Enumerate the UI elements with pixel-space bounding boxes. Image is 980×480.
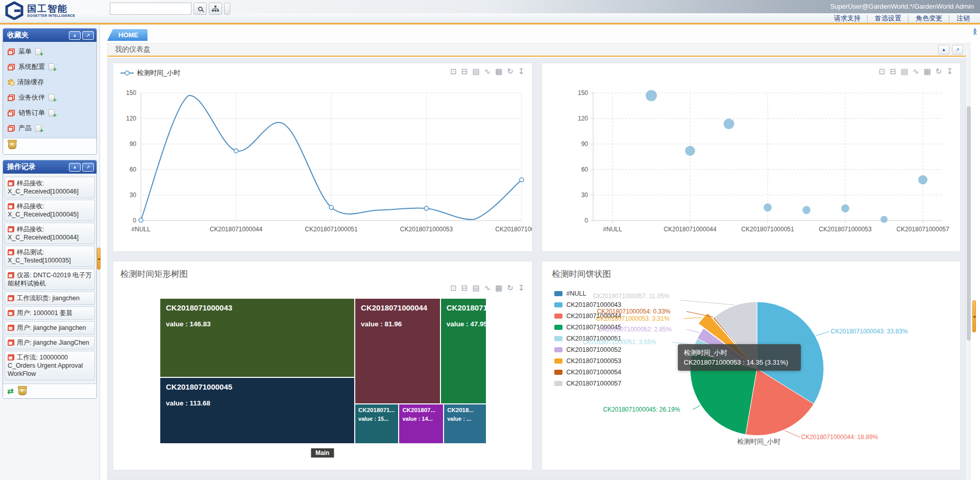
treemap-cell[interactable]: CK2018071000045value : 113.68 — [160, 377, 355, 444]
treemap-cell[interactable]: CK2018071000043value : 146.83 — [160, 298, 355, 377]
treemap-cell-value: value : 81.96 — [361, 320, 434, 328]
pie-chart-panel: 检测时间饼状图 #NULLCK2018071000043CK2018071000… — [542, 261, 961, 470]
restore-icon[interactable]: ↻ — [507, 67, 513, 76]
treemap-cell-value: value : 113.68 — [166, 399, 349, 407]
windows-icon — [8, 354, 14, 361]
history-item[interactable]: 样品接收: X_C_Received[1000045] — [5, 200, 95, 221]
toolbar-extra-button[interactable] — [224, 3, 230, 15]
main-area: HOME ∧∧ 我的仪表盘 ▲ ↗ 检测时间_小时 ⊡⊟▤∿▦↻↧ 030609… — [100, 25, 980, 480]
svg-text:90: 90 — [581, 140, 588, 148]
zoom-reset-icon[interactable]: ⊟ — [890, 67, 896, 76]
history-item[interactable]: 样品接收: X_C_Received[1000044] — [5, 223, 95, 244]
zoom-reset-icon[interactable]: ⊟ — [461, 284, 468, 292]
tab-home[interactable]: HOME — [107, 29, 148, 41]
history-item[interactable]: 用户: jiangche jiangchen — [5, 321, 95, 334]
line-chart-icon[interactable]: ∿ — [484, 67, 491, 76]
data-view-icon[interactable]: ▤ — [472, 67, 479, 76]
add-document-icon[interactable] — [35, 48, 41, 55]
link-separator: │ — [866, 15, 870, 22]
tooltip-value-line: CK2018071000053 : 14.35 (3.31%) — [684, 357, 795, 367]
top-link[interactable]: 请求支持 — [829, 14, 866, 23]
download-icon[interactable]: ↧ — [518, 67, 525, 76]
collapse-panel-icon[interactable]: ∧∧ — [973, 28, 977, 34]
sidebar-splitter-handle[interactable]: ◀ — [97, 248, 101, 270]
favorite-item[interactable]: 系统配置 — [3, 59, 96, 75]
search-button[interactable] — [193, 3, 207, 15]
pie-slice-label: CK2018071000044: 18.89% — [801, 434, 878, 441]
treemap-cell[interactable]: CK2018...value : ... — [444, 404, 486, 444]
pie-slice-label: CK2018071000057: 11.05% — [593, 293, 670, 300]
scrollbar-thumb[interactable] — [967, 106, 971, 341]
history-expand-button[interactable]: ↗ — [82, 163, 94, 172]
history-item[interactable]: 用户: jiangche JiangChen — [5, 336, 95, 349]
windows-icon — [8, 272, 14, 278]
treemap-cell[interactable]: CK2018071000044value : 81.96 — [355, 298, 440, 404]
svg-text:150: 150 — [577, 89, 587, 97]
dashboard-header: 我的仪表盘 ▲ ↗ — [108, 43, 966, 57]
dashboard-collapse-button[interactable]: ▲ — [938, 45, 949, 55]
download-icon[interactable]: ↧ — [518, 284, 525, 292]
bar-chart-icon[interactable]: ▦ — [924, 67, 931, 76]
history-item[interactable]: 仪器: DNTC-02019 电子万能材料试验机 — [5, 269, 95, 290]
favorite-item-label: 清除缓存 — [17, 78, 44, 87]
favorite-item[interactable]: 清除缓存 — [3, 75, 96, 90]
top-links: 请求支持│首选设置│角色变更│注销 — [829, 14, 975, 23]
favorite-item[interactable]: 业务伙伴 — [3, 90, 96, 105]
trash-icon[interactable] — [18, 388, 27, 395]
treemap-cell[interactable]: CK2018071..value : 47.95 — [440, 298, 486, 404]
treemap-cell[interactable]: CK2018071...value : 15... — [355, 404, 399, 444]
add-document-icon[interactable] — [35, 125, 41, 132]
area-zoom-icon[interactable]: ⊡ — [450, 67, 457, 76]
data-view-icon[interactable]: ▤ — [472, 284, 479, 292]
treemap-cell-value: value : 47.95 — [447, 320, 480, 328]
top-link[interactable]: 首选设置 — [870, 14, 906, 23]
svg-text:CK2018071000044: CK2018071000044 — [664, 226, 717, 233]
area-zoom-icon[interactable]: ⊡ — [879, 67, 886, 76]
pie-slice-label: CK2018071000053: 3.31% — [596, 315, 670, 322]
treemap-cell-name: CK2018071000045 — [166, 382, 349, 391]
line-chart-icon[interactable]: ∿ — [484, 284, 491, 292]
svg-text:CK2018071000051: CK2018071000051 — [741, 226, 794, 233]
favorite-item[interactable]: 产品 — [3, 121, 96, 136]
favorites-collapse-button[interactable]: ▲ — [69, 31, 81, 40]
right-splitter-handle[interactable]: ◀ — [972, 300, 976, 332]
favorite-item[interactable]: 菜单 — [3, 44, 96, 59]
dashboard-container: 我的仪表盘 ▲ ↗ 检测时间_小时 ⊡⊟▤∿▦↻↧ 0306090120150#… — [107, 43, 966, 480]
windows-icon — [8, 64, 15, 70]
zoom-reset-icon[interactable]: ⊟ — [461, 67, 468, 76]
svg-text:120: 120 — [126, 115, 136, 122]
area-zoom-icon[interactable]: ⊡ — [450, 284, 457, 292]
add-document-icon[interactable] — [48, 94, 55, 101]
sidebar: 收藏夹 ▲ ↗ 菜单系统配置清除缓存业务伙伴销售订单产品 操作记录 ▲ ↗ 样品… — [0, 25, 100, 480]
treemap-breadcrumb[interactable]: Main — [311, 448, 334, 458]
trash-icon[interactable] — [8, 141, 16, 149]
menu-tree-button[interactable] — [209, 3, 222, 15]
top-link[interactable]: 角色变更 — [911, 14, 947, 23]
history-panel-header: 操作记录 ▲ ↗ — [3, 160, 96, 174]
favorites-expand-button[interactable]: ↗ — [82, 31, 94, 40]
global-search-input[interactable] — [110, 3, 191, 15]
bar-chart-icon[interactable]: ▦ — [495, 284, 502, 292]
refresh-icon[interactable]: ⇄ — [7, 387, 14, 396]
windows-icon — [8, 203, 14, 209]
history-item[interactable]: 样品接收: X_C_Received[1000046] — [5, 177, 95, 198]
history-item[interactable]: 工作流: 10000000 C_Orders Urgent Approval W… — [5, 351, 95, 380]
download-icon[interactable]: ↧ — [946, 67, 953, 76]
line-legend-item[interactable]: 检测时间_小时 — [120, 68, 180, 78]
windows-icon — [8, 295, 14, 301]
restore-icon[interactable]: ↻ — [936, 67, 942, 76]
history-item[interactable]: 样品测试: X_C_Tested[1000035] — [5, 246, 95, 267]
treemap-cell[interactable]: CK201807...value : 14... — [399, 404, 444, 444]
data-view-icon[interactable]: ▤ — [901, 67, 908, 76]
dashboard-maximize-button[interactable]: ↗ — [952, 45, 963, 55]
add-document-icon[interactable] — [48, 63, 55, 70]
favorite-item[interactable]: 销售订单 — [3, 105, 96, 121]
top-link[interactable]: 注销 — [951, 14, 975, 23]
bar-chart-icon[interactable]: ▦ — [495, 67, 502, 76]
line-chart-icon[interactable]: ∿ — [913, 67, 919, 76]
add-document-icon[interactable] — [48, 109, 55, 116]
restore-icon[interactable]: ↻ — [507, 284, 513, 292]
history-item[interactable]: 工作流职责: jiangchen — [5, 292, 95, 305]
history-collapse-button[interactable]: ▲ — [69, 163, 81, 172]
history-item[interactable]: 用户: 1000001 姜晨 — [5, 306, 95, 320]
